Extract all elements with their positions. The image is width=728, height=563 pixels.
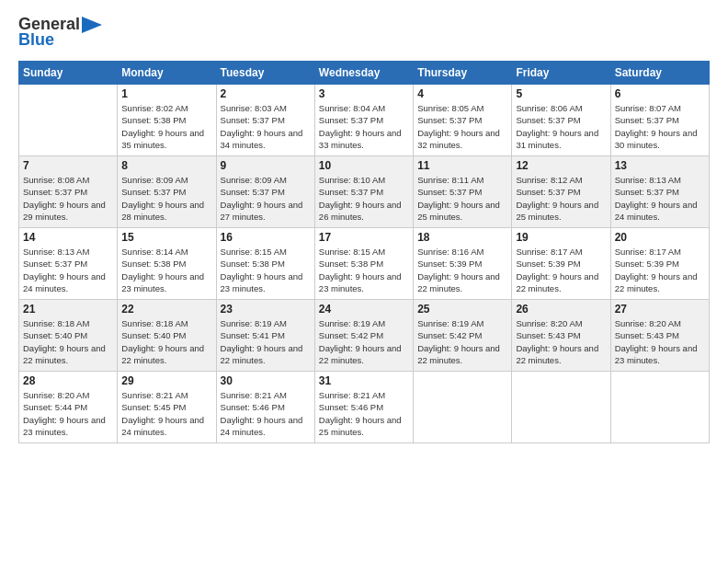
day-info: Sunrise: 8:13 AMSunset: 5:37 PMDaylight:…	[23, 246, 113, 294]
calendar-cell: 24Sunrise: 8:19 AMSunset: 5:42 PMDayligh…	[314, 300, 413, 372]
day-number: 3	[319, 87, 409, 100]
day-number: 28	[23, 374, 113, 387]
day-info: Sunrise: 8:13 AMSunset: 5:37 PMDaylight:…	[615, 174, 705, 223]
weekday-header: Monday	[118, 62, 216, 85]
day-number: 22	[121, 303, 211, 316]
calendar-week-row: 7Sunrise: 8:08 AMSunset: 5:37 PMDaylight…	[19, 156, 710, 228]
day-number: 13	[615, 159, 705, 172]
day-number: 9	[221, 159, 311, 172]
logo: General Blue	[18, 15, 102, 50]
day-info: Sunrise: 8:16 AMSunset: 5:39 PMDaylight:…	[417, 246, 507, 294]
calendar-cell: 28Sunrise: 8:20 AMSunset: 5:44 PMDayligh…	[19, 372, 118, 443]
calendar-cell: 15Sunrise: 8:14 AMSunset: 5:38 PMDayligh…	[118, 228, 216, 300]
day-info: Sunrise: 8:18 AMSunset: 5:40 PMDaylight:…	[121, 317, 211, 366]
calendar-cell: 19Sunrise: 8:17 AMSunset: 5:39 PMDayligh…	[512, 228, 610, 300]
day-info: Sunrise: 8:17 AMSunset: 5:39 PMDaylight:…	[615, 246, 705, 294]
day-number: 5	[516, 87, 606, 100]
calendar-cell: 9Sunrise: 8:09 AMSunset: 5:37 PMDaylight…	[216, 156, 314, 228]
day-number: 31	[319, 374, 409, 387]
day-info: Sunrise: 8:17 AMSunset: 5:39 PMDaylight:…	[516, 246, 606, 294]
page-container: General Blue SundayMondayTuesdayWednesda…	[0, 0, 728, 563]
calendar-cell: 10Sunrise: 8:10 AMSunset: 5:37 PMDayligh…	[314, 156, 413, 228]
day-info: Sunrise: 8:15 AMSunset: 5:38 PMDaylight:…	[319, 246, 409, 294]
day-number: 17	[319, 231, 409, 244]
day-info: Sunrise: 8:21 AMSunset: 5:45 PMDaylight:…	[121, 389, 211, 438]
day-number: 10	[319, 159, 409, 172]
calendar-cell: 18Sunrise: 8:16 AMSunset: 5:39 PMDayligh…	[414, 228, 512, 300]
day-info: Sunrise: 8:14 AMSunset: 5:38 PMDaylight:…	[121, 246, 211, 294]
calendar-header-row: SundayMondayTuesdayWednesdayThursdayFrid…	[19, 62, 710, 85]
logo-arrow-icon	[82, 17, 102, 33]
day-number: 30	[221, 374, 311, 387]
calendar-cell	[512, 372, 610, 443]
day-number: 21	[23, 303, 113, 316]
day-info: Sunrise: 8:20 AMSunset: 5:43 PMDaylight:…	[516, 317, 606, 366]
day-number: 18	[417, 231, 507, 244]
day-info: Sunrise: 8:02 AMSunset: 5:38 PMDaylight:…	[121, 102, 211, 151]
day-info: Sunrise: 8:19 AMSunset: 5:42 PMDaylight:…	[319, 317, 409, 366]
day-info: Sunrise: 8:19 AMSunset: 5:41 PMDaylight:…	[221, 317, 311, 366]
calendar-cell: 2Sunrise: 8:03 AMSunset: 5:37 PMDaylight…	[216, 85, 314, 156]
logo-blue-text: Blue	[18, 30, 54, 50]
day-number: 7	[23, 159, 113, 172]
calendar-cell: 3Sunrise: 8:04 AMSunset: 5:37 PMDaylight…	[314, 85, 413, 156]
day-number: 14	[23, 231, 113, 244]
calendar-table: SundayMondayTuesdayWednesdayThursdayFrid…	[18, 61, 710, 443]
calendar-cell: 4Sunrise: 8:05 AMSunset: 5:37 PMDaylight…	[414, 85, 512, 156]
day-number: 11	[417, 159, 507, 172]
day-info: Sunrise: 8:05 AMSunset: 5:37 PMDaylight:…	[417, 102, 507, 151]
day-number: 2	[221, 87, 311, 100]
calendar-cell: 12Sunrise: 8:12 AMSunset: 5:37 PMDayligh…	[512, 156, 610, 228]
calendar-week-row: 1Sunrise: 8:02 AMSunset: 5:38 PMDaylight…	[19, 85, 710, 156]
day-info: Sunrise: 8:21 AMSunset: 5:46 PMDaylight:…	[319, 389, 409, 438]
day-info: Sunrise: 8:20 AMSunset: 5:43 PMDaylight:…	[615, 317, 705, 366]
day-number: 12	[516, 159, 606, 172]
calendar-cell: 11Sunrise: 8:11 AMSunset: 5:37 PMDayligh…	[414, 156, 512, 228]
day-info: Sunrise: 8:12 AMSunset: 5:37 PMDaylight:…	[516, 174, 606, 223]
day-info: Sunrise: 8:06 AMSunset: 5:37 PMDaylight:…	[516, 102, 606, 151]
day-info: Sunrise: 8:21 AMSunset: 5:46 PMDaylight:…	[221, 389, 311, 438]
day-number: 8	[121, 159, 211, 172]
day-info: Sunrise: 8:03 AMSunset: 5:37 PMDaylight:…	[221, 102, 311, 151]
day-number: 27	[615, 303, 705, 316]
calendar-cell: 20Sunrise: 8:17 AMSunset: 5:39 PMDayligh…	[610, 228, 709, 300]
calendar-cell: 16Sunrise: 8:15 AMSunset: 5:38 PMDayligh…	[216, 228, 314, 300]
calendar-cell: 22Sunrise: 8:18 AMSunset: 5:40 PMDayligh…	[118, 300, 216, 372]
calendar-cell: 7Sunrise: 8:08 AMSunset: 5:37 PMDaylight…	[19, 156, 118, 228]
calendar-cell: 8Sunrise: 8:09 AMSunset: 5:37 PMDaylight…	[118, 156, 216, 228]
calendar-cell: 23Sunrise: 8:19 AMSunset: 5:41 PMDayligh…	[216, 300, 314, 372]
calendar-cell: 13Sunrise: 8:13 AMSunset: 5:37 PMDayligh…	[610, 156, 709, 228]
weekday-header: Tuesday	[216, 62, 314, 85]
weekday-header: Thursday	[414, 62, 512, 85]
day-info: Sunrise: 8:07 AMSunset: 5:37 PMDaylight:…	[615, 102, 705, 151]
day-info: Sunrise: 8:19 AMSunset: 5:42 PMDaylight:…	[417, 317, 507, 366]
day-number: 23	[221, 303, 311, 316]
calendar-cell: 29Sunrise: 8:21 AMSunset: 5:45 PMDayligh…	[118, 372, 216, 443]
weekday-header: Wednesday	[314, 62, 413, 85]
calendar-cell: 1Sunrise: 8:02 AMSunset: 5:38 PMDaylight…	[118, 85, 216, 156]
day-number: 6	[615, 87, 705, 100]
calendar-cell: 6Sunrise: 8:07 AMSunset: 5:37 PMDaylight…	[610, 85, 709, 156]
day-number: 26	[516, 303, 606, 316]
day-info: Sunrise: 8:11 AMSunset: 5:37 PMDaylight:…	[417, 174, 507, 223]
calendar-cell: 27Sunrise: 8:20 AMSunset: 5:43 PMDayligh…	[610, 300, 709, 372]
day-info: Sunrise: 8:20 AMSunset: 5:44 PMDaylight:…	[23, 389, 113, 438]
day-info: Sunrise: 8:04 AMSunset: 5:37 PMDaylight:…	[319, 102, 409, 151]
calendar-cell: 31Sunrise: 8:21 AMSunset: 5:46 PMDayligh…	[314, 372, 413, 443]
calendar-cell	[610, 372, 709, 443]
day-number: 20	[615, 231, 705, 244]
calendar-cell: 17Sunrise: 8:15 AMSunset: 5:38 PMDayligh…	[314, 228, 413, 300]
day-number: 19	[516, 231, 606, 244]
day-number: 24	[319, 303, 409, 316]
day-info: Sunrise: 8:10 AMSunset: 5:37 PMDaylight:…	[319, 174, 409, 223]
day-info: Sunrise: 8:15 AMSunset: 5:38 PMDaylight:…	[221, 246, 311, 294]
page-header: General Blue	[18, 15, 710, 50]
day-number: 29	[121, 374, 211, 387]
day-info: Sunrise: 8:09 AMSunset: 5:37 PMDaylight:…	[221, 174, 311, 223]
calendar-cell: 14Sunrise: 8:13 AMSunset: 5:37 PMDayligh…	[19, 228, 118, 300]
calendar-cell: 25Sunrise: 8:19 AMSunset: 5:42 PMDayligh…	[414, 300, 512, 372]
day-number: 25	[417, 303, 507, 316]
calendar-cell: 30Sunrise: 8:21 AMSunset: 5:46 PMDayligh…	[216, 372, 314, 443]
day-number: 4	[417, 87, 507, 100]
svg-marker-0	[82, 17, 102, 33]
